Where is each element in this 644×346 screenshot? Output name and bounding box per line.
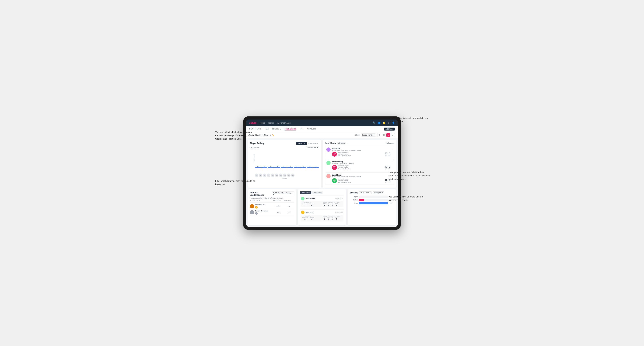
users-icon[interactable]: 👥 [378, 121, 380, 124]
scoring-row-birdies: Birdies 96 [350, 199, 394, 201]
practice-drills-toggle[interactable]: Practice Drills [306, 142, 319, 145]
team-header-row: Team Clippd | 14 Players ✏️ Show: Last 3… [246, 132, 398, 138]
chart-y-label: Total Rounds [253, 154, 255, 162]
chevron-right-icon-0: › [392, 148, 392, 150]
leaderboard-row-0: Richard Butler 1 19/20 110 [250, 203, 294, 209]
shot-desc-2: Shot Dist: 16 ydsStart Lie: RoughEnd Lie… [338, 178, 384, 183]
subnav-all-players[interactable]: All Players [307, 127, 316, 131]
shot-badge-2: 198 SG [332, 178, 337, 183]
scoring-value-pars: 499 [390, 202, 394, 204]
shot-card-1[interactable]: Blair McHarg 23 Jul 2023 · Aldridge GC, … [325, 159, 394, 172]
annotation-player-filter: You can also filter to show just one pla… [388, 195, 430, 202]
player-avatar-9: LR [291, 173, 294, 177]
total-rounds-dropdown[interactable]: Total Rounds ▾ [306, 146, 319, 149]
activity-card-1: Rees Britt 02 Sep 2023 Total Rounds Tour… [300, 209, 344, 222]
bar-group-1: 12 [261, 166, 267, 168]
nav-home[interactable]: Home [260, 121, 265, 124]
scoring-par-dropdown[interactable]: Par 3, 4 & 5s ▾ [358, 191, 372, 194]
app-logo: clippd [249, 121, 256, 124]
activity-practice-1: Total Practice Activities GTT 0 APP [322, 215, 343, 221]
leaderboard-filter[interactable]: PUTT Must Make Putting ... ▾ [272, 191, 294, 196]
subnav-pga[interactable]: PGA [265, 127, 269, 131]
activity-stats-grid-1: Total Rounds Tournament 8 Practice [301, 215, 343, 221]
tablet-frame: clippd Home Teams My Performance 🔍 👥 🔔 ⊕… [243, 116, 401, 230]
plus-icon[interactable]: ⊕ [388, 121, 390, 124]
activity-card-0: Blair McHarg 26 Aug 2023 Total Rounds To… [300, 195, 344, 208]
metric-dist-0: 67 yds [385, 152, 388, 156]
bar-6 [294, 167, 300, 168]
shot-metrics-0: 67 yds 0 yds [385, 152, 390, 156]
activity-practice-0: Total Practice Activities GTT 0 APP [322, 201, 343, 207]
edit-icon[interactable]: ✏️ [272, 134, 274, 136]
activity-avatar-1 [301, 211, 304, 214]
most-active-tab[interactable]: Most Active [300, 191, 311, 194]
best-shots-panel: Best Shots All Shots ▾ All Players ▾ [323, 140, 396, 188]
player-avatar-david [326, 174, 330, 178]
player-avatar-matt [326, 148, 330, 152]
view-grid4-button[interactable]: ⊞ [377, 133, 381, 137]
annotation-timescale: Choose the timescale you wish to see the… [390, 116, 429, 123]
view-settings-button[interactable]: ≡ [391, 133, 395, 137]
lb-player-1: Edward Crossman 2 [250, 210, 273, 215]
players-dropdown[interactable]: All Players ▾ [385, 142, 394, 144]
bar-5 [287, 167, 293, 168]
player-name-1: Blair McHarg [332, 161, 390, 163]
shot-location-0: 09 Jun 2023 · Royal North Devon GC, Hole… [332, 149, 390, 151]
bar-group-5: 4 [287, 166, 293, 168]
scoring-row-pars: Pars 499 [350, 202, 394, 204]
player-avatar-1: RB [259, 173, 262, 177]
player-avatar-8: EC [287, 173, 290, 177]
subnav-tour[interactable]: Tour [300, 127, 303, 131]
bar-2 [268, 167, 274, 168]
tablet-screen: clippd Home Teams My Performance 🔍 👥 🔔 ⊕… [246, 120, 398, 227]
annotation-filter: Filter what data you wish the table to b… [215, 179, 256, 186]
shot-badge-1: 200 SG [332, 165, 337, 170]
best-shots-header: Best Shots All Shots ▾ All Players ▾ [325, 142, 394, 145]
subnav-team-clippd[interactable]: Team Clippd [284, 127, 296, 131]
view-grid2-button[interactable]: ⊟ [382, 133, 386, 137]
bell-icon[interactable]: 🔔 [382, 121, 386, 124]
subnav-hcaps[interactable]: Hcaps 1-5 [272, 127, 281, 131]
shot-desc-0: Shot Dist: 67 ydsStart Lie: RoughEnd Lie… [338, 152, 384, 156]
scoring-row-eagles: Eagles 3 [350, 195, 394, 198]
shot-card-2[interactable]: David Ford 24 Aug 2023 · Royal North Dev… [325, 173, 394, 185]
leaderboard-row-1: Edward Crossman 2 18/20 107 [250, 209, 294, 215]
on-course-toggle[interactable]: On Course [296, 142, 306, 145]
chart-container: Total Rounds 13 12 10 [250, 150, 319, 173]
main-content: Player Activity On Course Practice Drill… [246, 138, 398, 227]
lb-badge-silver: 2 [255, 212, 258, 215]
activity-avatar-0 [301, 197, 304, 200]
scoring-bar-birdies [359, 199, 388, 201]
shot-location-1: 23 Jul 2023 · Aldridge GC, Hole 15 [332, 163, 390, 164]
scoring-label-eagles: Eagles [350, 196, 358, 198]
chart-x-label: Players [250, 177, 319, 179]
activity-total-rounds-1: Total Rounds Tournament 8 Practice [301, 215, 322, 221]
player-avatar-2: DF [263, 173, 266, 177]
scoring-panel: Scoring Par 3, 4 & 5s ▾ All Players ▾ [348, 189, 396, 225]
metric-remain-0: 0 yds [388, 152, 390, 156]
bottom-panels: Practice Leaderboards PUTT Must Make Put… [248, 189, 396, 225]
least-active-tab[interactable]: Least Active [311, 191, 324, 194]
nav-performance[interactable]: My Performance [276, 121, 291, 124]
chevron-down-icon: ▾ [370, 192, 370, 194]
nav-teams[interactable]: Teams [268, 121, 274, 124]
leaderboard-columns: PLAYER NAME PB SCORE PB AVG SQ [250, 200, 294, 202]
scoring-players-dropdown[interactable]: All Players ▾ [373, 191, 384, 194]
chevron-down-icon: ▾ [382, 192, 383, 194]
scoring-bar-eagles [359, 195, 388, 198]
scoring-label-birdies: Birdies [350, 199, 358, 201]
shot-card-info-0: Matt Miller 09 Jun 2023 · Royal North De… [332, 148, 390, 157]
all-shots-filter[interactable]: All Shots [337, 142, 346, 145]
view-heart-button[interactable]: ♥ [386, 133, 390, 137]
chevron-down-icon: ▾ [317, 147, 318, 149]
add-team-button[interactable]: Add Team [384, 128, 395, 131]
search-icon[interactable]: 🔍 [372, 121, 376, 124]
lb-badge-gold: 1 [255, 206, 258, 208]
shot-card-info-2: David Ford 24 Aug 2023 · Royal North Dev… [332, 174, 390, 183]
bar-group-3: 9 [274, 166, 280, 168]
activity-toggle-group: On Course Practice Drills [296, 142, 319, 145]
shot-card-0[interactable]: Matt Miller 09 Jun 2023 · Royal North De… [325, 146, 394, 158]
time-period-select[interactable]: Last 3 months ▾ [361, 134, 376, 137]
scoring-title: Scoring [350, 191, 358, 194]
chevron-down-icon[interactable]: ▾ [346, 142, 350, 145]
